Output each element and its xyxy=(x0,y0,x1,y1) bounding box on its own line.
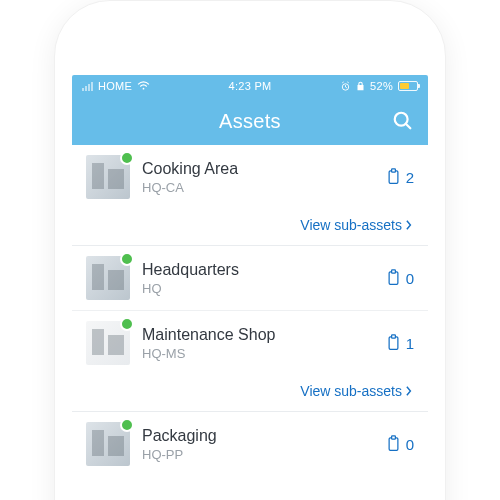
lock-icon xyxy=(356,81,365,92)
svg-rect-9 xyxy=(391,335,395,338)
status-left: HOME xyxy=(82,80,222,92)
asset-count[interactable]: 1 xyxy=(386,334,414,352)
asset-info: Cooking Area HQ-CA xyxy=(142,159,374,195)
status-dot-icon xyxy=(120,151,134,165)
svg-line-3 xyxy=(406,124,411,129)
chevron-right-icon xyxy=(406,386,412,396)
asset-count[interactable]: 0 xyxy=(386,435,414,453)
clipboard-icon xyxy=(386,435,401,453)
asset-code: HQ xyxy=(142,281,374,296)
asset-row[interactable]: Maintenance Shop HQ-MS 1 xyxy=(72,311,428,375)
svg-rect-5 xyxy=(391,169,395,172)
asset-code: HQ-MS xyxy=(142,346,374,361)
asset-thumbnail xyxy=(86,321,130,365)
asset-row[interactable]: Packaging HQ-PP 0 xyxy=(72,412,428,476)
phone-frame: HOME 4:23 PM 52% Assets xyxy=(54,0,446,500)
status-time: 4:23 PM xyxy=(228,80,271,92)
asset-count[interactable]: 2 xyxy=(386,168,414,186)
asset-count-value: 0 xyxy=(406,436,414,453)
asset-list: Cooking Area HQ-CA 2 View sub-assets xyxy=(72,145,428,476)
clipboard-icon xyxy=(386,168,401,186)
chevron-right-icon xyxy=(406,220,412,230)
asset-thumbnail xyxy=(86,256,130,300)
view-sub-assets-link[interactable]: View sub-assets xyxy=(72,209,428,246)
carrier-label: HOME xyxy=(98,80,132,92)
asset-count-value: 0 xyxy=(406,270,414,287)
svg-rect-11 xyxy=(391,436,395,439)
nav-bar: Assets xyxy=(72,97,428,145)
asset-code: HQ-PP xyxy=(142,447,374,462)
asset-name: Headquarters xyxy=(142,260,374,279)
wifi-icon xyxy=(137,81,150,91)
asset-name: Cooking Area xyxy=(142,159,374,178)
asset-count[interactable]: 0 xyxy=(386,269,414,287)
asset-thumbnail xyxy=(86,155,130,199)
view-sub-assets-label: View sub-assets xyxy=(300,383,402,399)
asset-code: HQ-CA xyxy=(142,180,374,195)
asset-count-value: 2 xyxy=(406,169,414,186)
asset-info: Packaging HQ-PP xyxy=(142,426,374,462)
page-title: Assets xyxy=(219,110,281,133)
status-dot-icon xyxy=(120,252,134,266)
search-button[interactable] xyxy=(390,108,416,134)
asset-thumbnail xyxy=(86,422,130,466)
asset-info: Maintenance Shop HQ-MS xyxy=(142,325,374,361)
svg-point-0 xyxy=(143,88,145,90)
svg-rect-7 xyxy=(391,270,395,273)
search-icon xyxy=(392,110,414,132)
asset-row[interactable]: Headquarters HQ 0 xyxy=(72,246,428,310)
asset-row[interactable]: Cooking Area HQ-CA 2 xyxy=(72,145,428,209)
status-bar: HOME 4:23 PM 52% xyxy=(72,75,428,97)
status-dot-icon xyxy=(120,317,134,331)
status-right: 52% xyxy=(278,80,418,92)
asset-info: Headquarters HQ xyxy=(142,260,374,296)
view-sub-assets-label: View sub-assets xyxy=(300,217,402,233)
clipboard-icon xyxy=(386,269,401,287)
battery-percent: 52% xyxy=(370,80,393,92)
alarm-icon xyxy=(340,81,351,92)
asset-count-value: 1 xyxy=(406,335,414,352)
view-sub-assets-link[interactable]: View sub-assets xyxy=(72,375,428,412)
asset-name: Packaging xyxy=(142,426,374,445)
battery-icon xyxy=(398,81,418,91)
asset-name: Maintenance Shop xyxy=(142,325,374,344)
signal-icon xyxy=(82,81,93,91)
clipboard-icon xyxy=(386,334,401,352)
screen: HOME 4:23 PM 52% Assets xyxy=(72,75,428,500)
status-dot-icon xyxy=(120,418,134,432)
